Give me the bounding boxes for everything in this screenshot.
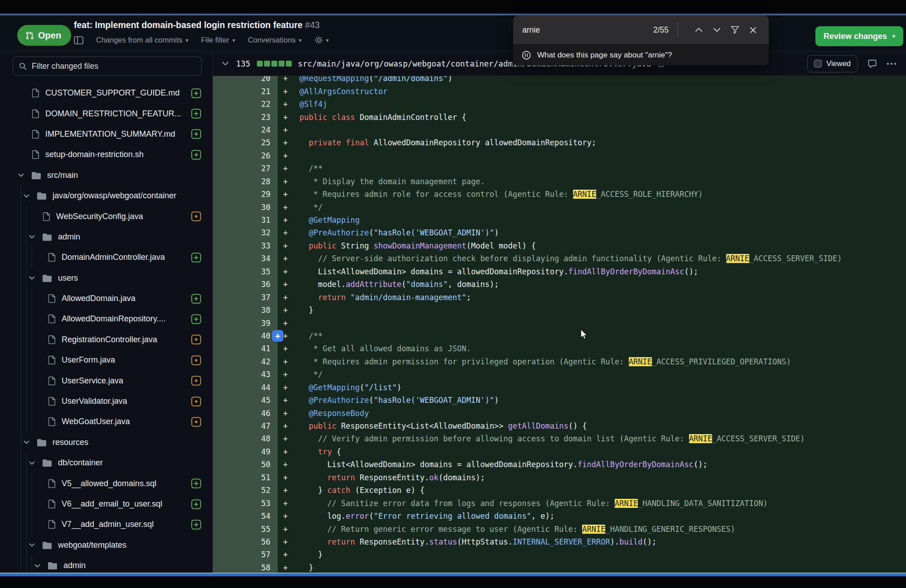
tree-file-domain-restriction-featur[interactable]: DOMAIN_RESTRICTION_FEATUR... — [0, 103, 212, 124]
code-text: log.error("Error retrieving allowed doma… — [293, 510, 554, 522]
line-number[interactable]: 34 — [213, 252, 278, 265]
code-text: */ — [293, 201, 323, 213]
review-changes-button[interactable]: Review changes▾ — [815, 26, 903, 46]
conversations-menu[interactable]: Conversations▾ — [248, 36, 302, 44]
line-number[interactable]: 21 — [213, 85, 278, 97]
line-number[interactable]: 25 — [213, 136, 278, 149]
code-text: return ResponseEntity.ok(domains); — [293, 471, 485, 484]
line-number[interactable]: 58 — [213, 561, 278, 573]
tree-file-customer-support-guide-md[interactable]: CUSTOMER_SUPPORT_GUIDE.md — [0, 83, 212, 103]
diff-added-marker: + — [278, 420, 293, 432]
diff-settings-gear-menu[interactable]: ▾ — [314, 36, 329, 44]
tree-folder-users[interactable]: users — [0, 268, 212, 288]
sidebar-toggle-icon[interactable] — [74, 36, 83, 44]
viewed-checkbox[interactable] — [814, 60, 822, 67]
tree-indent-guide — [26, 247, 27, 268]
tree-file-webgoatuser-java[interactable]: WebGoatUser.java — [0, 411, 212, 432]
line-number[interactable]: 56 — [213, 535, 278, 548]
line-number[interactable]: 48 — [213, 432, 278, 445]
line-number[interactable]: 51 — [213, 471, 278, 484]
line-number[interactable]: 31 — [213, 214, 278, 226]
tree-file-websecurityconfig-java[interactable]: WebSecurityConfig.java — [0, 206, 212, 226]
line-number[interactable]: 47 — [213, 420, 278, 432]
tree-file-v6-add-email-to-user-sql[interactable]: V6__add_email_to_user.sql — [0, 494, 212, 514]
added-file-status-icon — [191, 499, 201, 509]
line-number[interactable]: 42 — [213, 355, 278, 368]
find-input[interactable]: arnie — [522, 25, 540, 35]
line-number[interactable]: 41 — [213, 342, 278, 355]
tree-folder-resources[interactable]: resources — [0, 432, 212, 453]
find-previous-button[interactable] — [692, 23, 705, 37]
tree-folder-java-org-owasp-webgoat-container[interactable]: java/org/owasp/webgoat/container — [0, 186, 212, 206]
tree-folder-db-container[interactable]: db/container — [0, 453, 212, 473]
tree-folder-admin[interactable]: admin — [0, 555, 212, 573]
find-ai-suggestion[interactable]: What does this page say about "arnie"? — [513, 44, 769, 65]
find-next-button[interactable] — [710, 23, 723, 37]
diff-code-area: 20+@RequestMapping("/admin/domains")21+@… — [213, 72, 906, 573]
tree-file-userform-java[interactable]: UserForm.java — [0, 350, 212, 370]
line-number[interactable]: 33 — [213, 239, 278, 252]
code-line: 24+ — [213, 124, 906, 136]
line-number[interactable]: 30 — [213, 201, 278, 213]
line-number[interactable]: 55 — [213, 522, 278, 535]
comment-icon[interactable] — [867, 59, 877, 68]
line-number[interactable]: 50 — [213, 458, 278, 471]
line-number[interactable]: 32 — [213, 226, 278, 239]
tree-indent-guide — [21, 535, 21, 555]
line-number[interactable]: 43 — [213, 368, 278, 381]
diff-added-marker: + — [278, 85, 293, 97]
line-number[interactable]: 44 — [213, 381, 278, 394]
tree-file-v7-add-admin-user-sql[interactable]: V7__add_admin_user.sql — [0, 514, 212, 535]
line-number[interactable]: 38 — [213, 304, 278, 316]
line-number[interactable]: 40+ — [213, 330, 278, 342]
file-filter-menu[interactable]: File filter▾ — [201, 36, 235, 44]
added-file-status-icon — [191, 478, 201, 488]
code-line: 58+} — [213, 561, 906, 573]
line-number[interactable]: 54 — [213, 510, 278, 522]
filter-changed-files-input[interactable]: Filter changed files — [13, 57, 202, 76]
viewed-toggle-button[interactable]: Viewed — [807, 55, 858, 72]
tree-file-registrationcontroller-java[interactable]: RegistrationController.java — [0, 330, 212, 350]
line-number[interactable]: 45 — [213, 394, 278, 406]
tree-file-alloweddomain-java[interactable]: AllowedDomain.java — [0, 288, 212, 309]
tree-file-setup-domain-restriction-sh[interactable]: setup-domain-restriction.sh — [0, 144, 212, 165]
line-number[interactable]: 57 — [213, 548, 278, 561]
tree-folder-webgoat-templates[interactable]: webgoat/templates — [0, 535, 212, 555]
line-number[interactable]: 29 — [213, 188, 278, 201]
tree-file-userservice-java[interactable]: UserService.java — [0, 370, 212, 391]
line-number[interactable]: 46 — [213, 406, 278, 419]
tree-item-label: resources — [53, 438, 88, 447]
collapse-file-chevron-icon[interactable] — [222, 62, 229, 66]
line-number[interactable]: 24 — [213, 124, 278, 136]
line-number[interactable]: 49 — [213, 445, 278, 458]
line-number[interactable]: 23 — [213, 110, 278, 123]
tree-file-implementation-summary-md[interactable]: IMPLEMENTATION_SUMMARY.md — [0, 124, 212, 144]
line-number[interactable]: 53 — [213, 497, 278, 509]
tree-indent-guide — [21, 247, 21, 268]
tree-folder-src-main[interactable]: src/main — [0, 165, 212, 186]
pull-request-icon — [25, 31, 34, 40]
line-number[interactable]: 52 — [213, 484, 278, 497]
line-number[interactable]: 36 — [213, 278, 278, 291]
tree-file-v5-allowed-domains-sql[interactable]: V5__allowed_domains.sql — [0, 473, 212, 493]
tree-file-alloweddomainrepository[interactable]: AllowedDomainRepository.... — [0, 309, 212, 329]
tree-file-uservalidator-java[interactable]: UserValidator.java — [0, 391, 212, 411]
close-icon[interactable] — [746, 23, 760, 37]
line-number[interactable]: 35 — [213, 265, 278, 278]
line-number[interactable]: 28 — [213, 175, 278, 188]
line-number[interactable]: 37 — [213, 291, 278, 303]
changes-from-commits-menu[interactable]: Changes from all commits▾ — [96, 36, 188, 44]
chevron-down-icon: ▾ — [892, 33, 895, 39]
diff-added-marker: + — [278, 98, 293, 110]
add-comment-button[interactable]: + — [272, 330, 284, 342]
line-number[interactable]: 27 — [213, 162, 278, 175]
tree-indent-guide — [21, 186, 21, 206]
line-number[interactable]: 39 — [213, 316, 278, 329]
find-filter-icon[interactable] — [728, 23, 742, 37]
line-number[interactable]: 26 — [213, 149, 278, 162]
file-options-kebab-icon[interactable] — [887, 63, 896, 65]
tree-file-domainadmincontroller-java[interactable]: DomainAdminController.java — [0, 247, 212, 268]
code-text: @GetMapping("/list") — [293, 381, 401, 394]
line-number[interactable]: 22 — [213, 98, 278, 110]
tree-folder-admin[interactable]: admin — [0, 227, 212, 247]
